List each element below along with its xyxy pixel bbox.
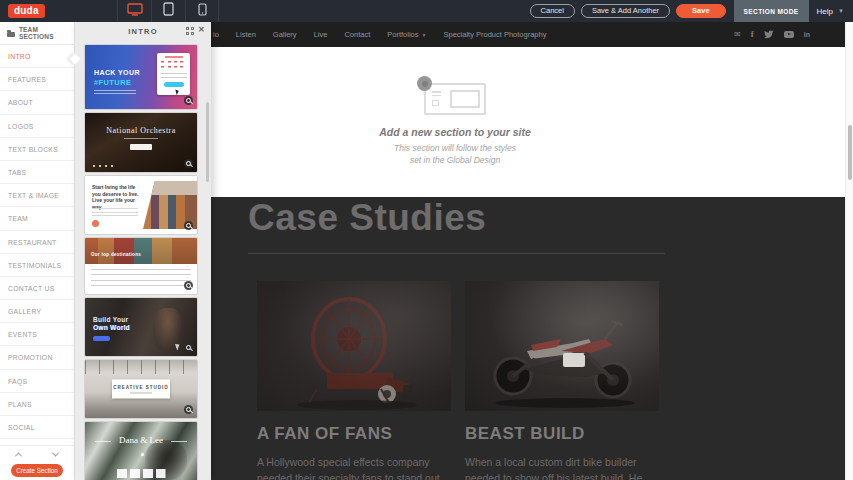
case-study-title: A FAN OF FANS <box>257 424 451 444</box>
thumb-signup-form <box>157 53 190 95</box>
youtube-icon[interactable] <box>784 31 794 38</box>
scrollbar-thumb[interactable] <box>848 125 852 180</box>
thumb-title: Start living the life you deserve to liv… <box>92 184 144 210</box>
zoom-preview-icon[interactable] <box>184 343 193 352</box>
countdown-boxes <box>117 469 166 478</box>
sidebar-item-features[interactable]: FEATURES <box>0 68 74 91</box>
desktop-icon <box>127 2 143 20</box>
save-button[interactable]: Save <box>676 4 726 18</box>
thumb-title: Dana & Lee <box>85 435 197 445</box>
case-studies-heading: Case Studies <box>248 197 486 239</box>
twitter-icon[interactable] <box>764 30 774 39</box>
sidebar-item-logos[interactable]: LOGOS <box>0 115 74 138</box>
email-icon[interactable]: ✉ <box>734 31 741 39</box>
chevron-down-icon[interactable]: ▼ <box>838 8 844 14</box>
case-study-beast-build: BEAST BUILD When a local custom dirt bik… <box>465 281 659 480</box>
site-navigation: io Listen Gallery Live Contact Portfolio… <box>211 22 845 47</box>
thumb-text-line <box>130 392 152 393</box>
zoom-preview-icon[interactable] <box>184 281 193 290</box>
desktop-preview-button[interactable] <box>117 0 151 22</box>
thumb-table <box>91 269 191 289</box>
sections-sidebar: TEAM SECTIONS INTRO FEATURES ABOUT LOGOS… <box>0 22 75 480</box>
panel-scrollbar[interactable] <box>206 102 209 182</box>
nav-item-live[interactable]: Live <box>314 30 328 39</box>
sidebar-item-events[interactable]: EVENTS <box>0 323 74 346</box>
section-thumb-build-your-own-world[interactable]: Build Your Own World <box>85 298 197 356</box>
case-study-title: BEAST BUILD <box>465 424 659 444</box>
sidebar-item-gallery[interactable]: GALLERY <box>0 300 74 323</box>
add-section-dropzone[interactable]: Add a new section to your site This sect… <box>211 47 845 197</box>
add-section-placeholder: Add a new section to your site This sect… <box>340 83 570 166</box>
chevron-down-icon: ▼ <box>422 32 427 38</box>
section-thumb-top-destinations[interactable]: Our top destinations <box>85 238 197 294</box>
help-menu[interactable]: Help <box>817 7 833 16</box>
tablet-icon <box>163 2 174 20</box>
close-icon[interactable]: ✕ <box>198 26 206 34</box>
duda-logo: duda <box>8 4 45 18</box>
zoom-preview-icon[interactable] <box>184 221 193 230</box>
nav-item-contact[interactable]: Contact <box>344 30 370 39</box>
sidebar-item-about[interactable]: ABOUT <box>0 91 74 114</box>
case-studies-columns: A FAN OF FANS A Hollywood special effect… <box>257 281 659 480</box>
page-scrollbar[interactable] <box>845 22 853 480</box>
sidebar-category-list: INTRO FEATURES ABOUT LOGOS TEXT BLOCKS T… <box>0 45 74 445</box>
thumb-cta-button <box>93 336 110 341</box>
nav-item-partial[interactable]: io <box>213 30 219 39</box>
sidebar-item-text-image[interactable]: TEXT & IMAGE <box>0 184 74 207</box>
cancel-button[interactable]: Cancel <box>530 4 575 18</box>
chevron-up-icon <box>15 452 22 459</box>
section-thumb-hack-your-future[interactable]: HACK YOUR #FUTURE <box>85 45 197 109</box>
grid-view-icon[interactable] <box>186 27 194 35</box>
sidebar-header-label: TEAM SECTIONS <box>19 26 74 40</box>
sidebar-item-testimonials[interactable]: TESTIMONIALS <box>0 254 74 277</box>
zoom-preview-icon[interactable] <box>184 159 193 168</box>
thumb-cta-button <box>164 82 184 87</box>
nav-item-gallery[interactable]: Gallery <box>273 30 297 39</box>
thumb-text-line <box>124 138 158 139</box>
sidebar-item-social[interactable]: SOCIAL <box>0 416 74 439</box>
sidebar-item-restaurant[interactable]: RESTAURANT <box>0 231 74 254</box>
thumb-subtitle: Own World <box>93 324 130 331</box>
create-section-button[interactable]: Create Section <box>11 464 63 477</box>
app-window: duda Cancel Save & Add Another Save <box>0 0 853 480</box>
thumb-subtitle: #FUTURE <box>94 78 131 87</box>
intro-sections-panel: INTRO ✕ HACK YOUR #FUTURE National Orche… <box>75 22 211 480</box>
thumb-text-lines <box>92 208 138 219</box>
zoom-preview-icon[interactable] <box>184 96 193 105</box>
cursor-icon <box>175 343 181 351</box>
section-thumb-creative-studio[interactable]: CREATIVE STUDIO <box>85 360 197 418</box>
social-icons: ✉ f in <box>734 22 810 47</box>
device-preview-switcher <box>117 0 219 22</box>
save-and-add-another-button[interactable]: Save & Add Another <box>581 4 670 18</box>
scroll-down-button[interactable] <box>37 446 74 462</box>
nav-item-specialty-product-photography[interactable]: Specialty Product Photography <box>443 30 546 39</box>
sidebar-item-team[interactable]: TEAM <box>0 207 74 230</box>
sidebar-header: TEAM SECTIONS <box>0 22 74 45</box>
slider-dots <box>93 165 115 167</box>
sidebar-item-tabs[interactable]: TABS <box>0 161 74 184</box>
sidebar-item-text-blocks[interactable]: TEXT BLOCKS <box>0 138 74 161</box>
zoom-preview-icon[interactable] <box>184 405 193 414</box>
mobile-preview-button[interactable] <box>185 0 219 22</box>
thumb-title: Our top destinations <box>91 252 141 257</box>
nav-item-portfolios[interactable]: Portfolios▼ <box>387 30 426 39</box>
thumb-title: National Orchestra <box>85 126 197 135</box>
nav-item-listen[interactable]: Listen <box>236 30 256 39</box>
sidebar-item-contact-us[interactable]: CONTACT US <box>0 277 74 300</box>
linkedin-icon[interactable]: in <box>804 31 810 38</box>
editor-topbar: duda Cancel Save & Add Another Save <box>0 0 853 22</box>
sidebar-item-faqs[interactable]: FAQS <box>0 370 74 393</box>
tablet-preview-button[interactable] <box>151 0 185 22</box>
section-thumb-live-your-way[interactable]: Start living the life you deserve to liv… <box>85 176 197 234</box>
sidebar-item-promotion[interactable]: PROMOTION <box>0 346 74 369</box>
thumb-cta-button <box>130 144 152 150</box>
facebook-icon[interactable]: f <box>751 30 754 39</box>
scroll-up-button[interactable] <box>0 446 37 462</box>
sidebar-item-intro[interactable]: INTRO <box>0 45 74 68</box>
thumb-overlay-card: CREATIVE STUDIO <box>112 380 170 399</box>
sidebar-item-plans[interactable]: PLANS <box>0 393 74 416</box>
case-study-fan: A FAN OF FANS A Hollywood special effect… <box>257 281 451 480</box>
section-thumb-national-orchestra[interactable]: National Orchestra <box>85 113 197 172</box>
section-thumb-dana-and-lee[interactable]: Dana & Lee <box>85 422 197 480</box>
section-placeholder-icon <box>424 83 486 115</box>
